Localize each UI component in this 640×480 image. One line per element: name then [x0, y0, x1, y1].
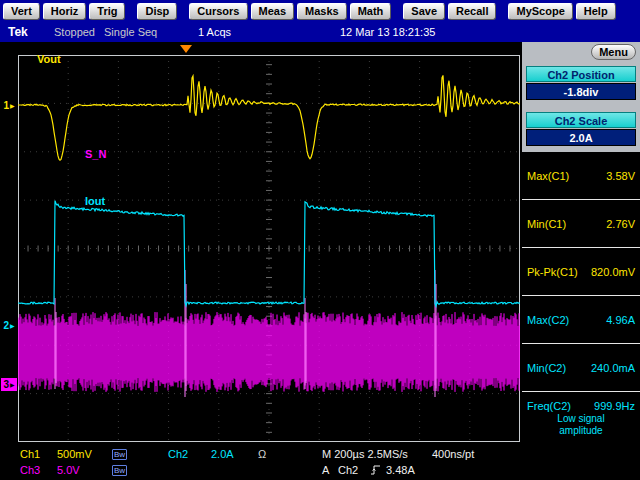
measurement-label: Max(C1)	[527, 170, 569, 182]
datetime: 12 Mar 13 18:21:35	[340, 26, 435, 38]
cursors-button[interactable]: Cursors	[189, 3, 247, 20]
measurement-label: Min(C2)	[527, 362, 566, 374]
measurement-label: Max(C2)	[527, 314, 569, 326]
ch1-scale-readout: 500mV	[57, 448, 92, 460]
recall-button[interactable]: Recall	[448, 3, 496, 20]
math-button[interactable]: Math	[350, 3, 392, 20]
measurement-value: 4.96A	[606, 314, 635, 326]
readout-bar: Ch1 500mV Bw Ch2 2.0A Ω M 200µs 2.5MS/s …	[0, 445, 640, 480]
channel3-marker[interactable]: 3	[1, 378, 17, 391]
status-bar: Tek Stopped Single Seq 1 Acqs 12 Mar 13 …	[0, 22, 522, 42]
measurement-label: Pk-Pk(C1)	[527, 266, 578, 278]
graticule	[18, 55, 520, 442]
trig-button[interactable]: Trig	[89, 3, 125, 20]
menu-button[interactable]: Menu	[591, 44, 636, 60]
disp-button[interactable]: Disp	[137, 3, 177, 20]
save-button[interactable]: Save	[403, 3, 445, 20]
meas-button[interactable]: Meas	[251, 3, 295, 20]
measurement-value: 2.76V	[606, 218, 635, 230]
measurement-freq-c2: Freq(C2) 999.9Hz Low signal amplitude	[522, 392, 640, 444]
trigger-level-readout: 3.48A	[386, 464, 415, 476]
oscilloscope-screen: Vert Horiz Trig Disp Cursors Meas Masks …	[0, 0, 640, 480]
trigger-source-readout: Ch2	[338, 464, 358, 476]
menu-toolbar: Vert Horiz Trig Disp Cursors Meas Masks …	[3, 2, 616, 20]
acquisition-mode: Single Seq	[104, 26, 157, 38]
measurement-value: 3.58V	[606, 170, 635, 182]
ch1-readout[interactable]: Ch1	[20, 448, 40, 460]
channel2-marker[interactable]: 2	[1, 319, 17, 332]
measurement-min-c1: Min(C1) 2.76V	[522, 200, 640, 248]
channel1-marker[interactable]: 1	[1, 99, 17, 112]
trigger-position-marker[interactable]	[180, 45, 192, 53]
measurement-list: Max(C1) 3.58V Min(C1) 2.76V Pk-Pk(C1) 82…	[522, 152, 640, 445]
measurement-pkpk-c1: Pk-Pk(C1) 820.0mV	[522, 248, 640, 296]
ch2-scale-title: Ch2 Scale	[526, 112, 636, 128]
ch3-bandwidth-badge: Bw	[112, 465, 127, 476]
side-panel: Menu Ch2 Position -1.8div Ch2 Scale 2.0A…	[522, 42, 640, 445]
acquisition-state: Stopped	[54, 26, 95, 38]
ch2-scale-readout: 2.0A	[211, 448, 234, 460]
tek-logo: Tek	[8, 25, 28, 39]
ch2-readout[interactable]: Ch2	[168, 448, 188, 460]
measurement-warning: Low signal	[527, 413, 635, 424]
help-button[interactable]: Help	[576, 3, 616, 20]
trace-label-sn: S_N	[85, 148, 106, 160]
ch2-scale-value[interactable]: 2.0A	[526, 129, 636, 146]
header: Vert Horiz Trig Disp Cursors Meas Masks …	[0, 0, 640, 42]
ch2-position-value[interactable]: -1.8div	[526, 83, 636, 100]
ch3-readout[interactable]: Ch3	[20, 464, 40, 476]
trace-label-vout: Vout	[37, 53, 61, 65]
ch3-scale-readout: 5.0V	[57, 464, 80, 476]
acquisition-count: 1 Acqs	[198, 26, 231, 38]
trigger-slope-icon	[370, 464, 381, 476]
measurement-value: 999.9Hz	[594, 400, 635, 412]
measurement-max-c1: Max(C1) 3.58V	[522, 152, 640, 200]
ch2-position-title: Ch2 Position	[526, 66, 636, 82]
measurement-min-c2: Min(C2) 240.0mA	[522, 344, 640, 392]
ch2-coupling-readout: Ω	[258, 448, 266, 460]
trigger-mode-readout: A	[322, 464, 329, 476]
measurement-value: 820.0mV	[591, 266, 635, 278]
horiz-button[interactable]: Horiz	[43, 3, 87, 20]
sample-resolution-readout: 400ns/pt	[432, 448, 474, 460]
myscope-button[interactable]: MyScope	[508, 3, 572, 20]
vert-button[interactable]: Vert	[3, 3, 40, 20]
measurement-label: Freq(C2)	[527, 400, 571, 412]
timebase-readout: M 200µs 2.5MS/s	[322, 448, 408, 460]
measurement-value: 240.0mA	[591, 362, 635, 374]
measurement-label: Min(C1)	[527, 218, 566, 230]
measurement-max-c2: Max(C2) 4.96A	[522, 296, 640, 344]
trace-label-iout: Iout	[85, 195, 105, 207]
measurement-warning: amplitude	[527, 425, 635, 436]
masks-button[interactable]: Masks	[297, 3, 347, 20]
waveform-display: Vout S_N Iout 1 2 3	[0, 42, 522, 445]
ch1-bandwidth-badge: Bw	[112, 449, 127, 460]
